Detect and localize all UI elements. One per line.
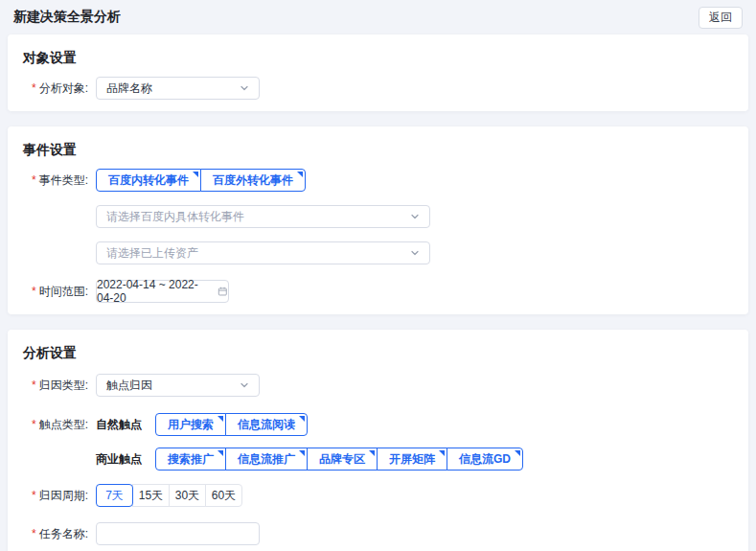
selected-corner-icon	[193, 172, 198, 177]
section-title-event: 事件设置	[23, 142, 729, 159]
selected-corner-icon	[515, 450, 520, 456]
tag-label: 信息流阅读	[238, 417, 295, 433]
attribution-period-row: * 归因周期: 7天 15天 30天 60天	[32, 484, 729, 507]
task-name-row: * 任务名称:	[32, 522, 729, 545]
tag-label: 百度内转化事件	[108, 172, 189, 189]
natural-touchpoint-label: 自然触点	[96, 417, 142, 433]
tag-label: 用户搜索	[168, 417, 214, 433]
select-value: 触点归因	[106, 378, 152, 394]
tag-feed-promotion[interactable]: 信息流推广	[225, 448, 308, 471]
selected-corner-icon	[218, 416, 223, 422]
tag-brand-zone[interactable]: 品牌专区	[307, 448, 378, 471]
analysis-object-row: * 分析对象: 品牌名称	[32, 77, 729, 100]
commercial-touchpoint-tag-group: 搜索推广 信息流推广 品牌专区 开屏矩阵 信息流GD	[155, 448, 523, 471]
required-asterisk: *	[32, 489, 36, 502]
segment-30-days[interactable]: 30天	[169, 484, 206, 507]
label-text: 分析对象:	[39, 80, 88, 97]
attribution-type-row: * 归因类型: 触点归因	[32, 374, 729, 397]
time-range-row: * 时间范围: 2022-04-14 ~ 2022-04-20	[32, 280, 729, 303]
required-asterisk: *	[32, 173, 36, 187]
date-range-value: 2022-04-14 ~ 2022-04-20	[97, 278, 212, 305]
natural-touchpoint-tag-group: 用户搜索 信息流阅读	[155, 413, 308, 436]
selected-corner-icon	[369, 450, 375, 456]
attribution-period-label: * 归因周期:	[32, 488, 96, 504]
tag-user-search[interactable]: 用户搜索	[155, 413, 226, 436]
attribution-type-select[interactable]: 触点归因	[96, 374, 260, 397]
tag-label: 百度外转化事件	[213, 172, 293, 189]
analysis-object-label: * 分析对象:	[32, 80, 96, 97]
section-title-analysis: 分析设置	[23, 345, 729, 362]
selected-corner-icon	[297, 172, 303, 177]
tag-baidu-internal-event[interactable]: 百度内转化事件	[96, 169, 201, 192]
analysis-object-select[interactable]: 品牌名称	[96, 77, 260, 100]
required-asterisk: *	[32, 527, 36, 540]
attribution-type-label: * 归因类型:	[32, 378, 96, 394]
segment-60-days[interactable]: 60天	[205, 484, 242, 507]
page-title: 新建决策全景分析	[13, 9, 121, 26]
asset-select[interactable]: 请选择已上传资产	[96, 241, 430, 264]
touchpoint-natural-row: * 触点类型: 自然触点 用户搜索 信息流阅读	[32, 413, 729, 436]
event-type-tag-group: 百度内转化事件 百度外转化事件	[96, 169, 306, 192]
event-settings-card: 事件设置 * 事件类型: 百度内转化事件 百度外转化事件 请选择百度内具体转化事…	[8, 126, 748, 314]
selected-corner-icon	[439, 450, 445, 456]
label-text: 归因周期:	[39, 488, 88, 504]
tag-feed-reading[interactable]: 信息流阅读	[225, 413, 308, 436]
selected-corner-icon	[299, 416, 305, 422]
selected-corner-icon	[218, 450, 223, 456]
select-placeholder: 请选择百度内具体转化事件	[106, 209, 244, 225]
selected-corner-icon	[299, 450, 305, 456]
label-text: 时间范围:	[39, 284, 88, 300]
touchpoint-type-label: * 触点类型:	[32, 417, 96, 433]
chevron-down-icon	[240, 380, 249, 390]
tag-feed-gd[interactable]: 信息流GD	[447, 448, 523, 471]
attribution-period-segmented: 7天 15天 30天 60天	[96, 484, 242, 507]
commercial-touchpoint-label: 商业触点	[96, 451, 142, 468]
tag-label: 品牌专区	[319, 451, 365, 468]
section-title-object: 对象设置	[23, 50, 729, 67]
label-text: 归因类型:	[39, 378, 88, 394]
tag-label: 信息流GD	[459, 451, 511, 468]
asset-select-row: 请选择已上传资产	[32, 241, 729, 264]
tag-label: 搜索推广	[168, 451, 214, 468]
event-type-label: * 事件类型:	[32, 172, 96, 189]
select-value: 品牌名称	[106, 80, 152, 97]
required-asterisk: *	[32, 418, 36, 431]
chevron-down-icon	[410, 248, 420, 258]
calendar-icon	[218, 286, 228, 297]
tag-label: 开屏矩阵	[389, 451, 435, 468]
task-name-input[interactable]	[96, 522, 260, 545]
required-asterisk: *	[32, 285, 36, 298]
required-asterisk: *	[32, 379, 36, 392]
tag-splash-matrix[interactable]: 开屏矩阵	[377, 448, 447, 471]
label-text: 任务名称:	[39, 526, 88, 542]
task-name-label: * 任务名称:	[32, 526, 96, 542]
inner-event-select-row: 请选择百度内具体转化事件	[32, 205, 729, 228]
tag-search-promotion[interactable]: 搜索推广	[155, 448, 226, 471]
required-asterisk: *	[32, 81, 36, 95]
label-text: 事件类型:	[39, 172, 88, 189]
topbar: 新建决策全景分析 返回	[0, 0, 756, 34]
back-button[interactable]: 返回	[699, 7, 743, 29]
segment-15-days[interactable]: 15天	[132, 484, 170, 507]
touchpoint-commercial-row: 商业触点 搜索推广 信息流推广 品牌专区 开屏矩阵 信息流GD	[32, 448, 729, 471]
inner-event-select[interactable]: 请选择百度内具体转化事件	[96, 205, 430, 228]
time-range-label: * 时间范围:	[32, 284, 96, 300]
date-range-picker[interactable]: 2022-04-14 ~ 2022-04-20	[96, 280, 229, 303]
chevron-down-icon	[240, 83, 249, 93]
chevron-down-icon	[410, 212, 420, 221]
select-placeholder: 请选择已上传资产	[106, 245, 198, 262]
tag-label: 信息流推广	[238, 451, 295, 468]
object-settings-card: 对象设置 * 分析对象: 品牌名称	[8, 34, 748, 111]
label-text: 触点类型:	[39, 417, 88, 433]
tag-baidu-external-event[interactable]: 百度外转化事件	[200, 169, 306, 192]
event-type-row: * 事件类型: 百度内转化事件 百度外转化事件	[32, 169, 729, 192]
analysis-settings-card: 分析设置 * 归因类型: 触点归因 * 触点类型: 自然触点 用户搜索 信息流阅…	[8, 330, 748, 551]
segment-7-days[interactable]: 7天	[96, 484, 133, 507]
